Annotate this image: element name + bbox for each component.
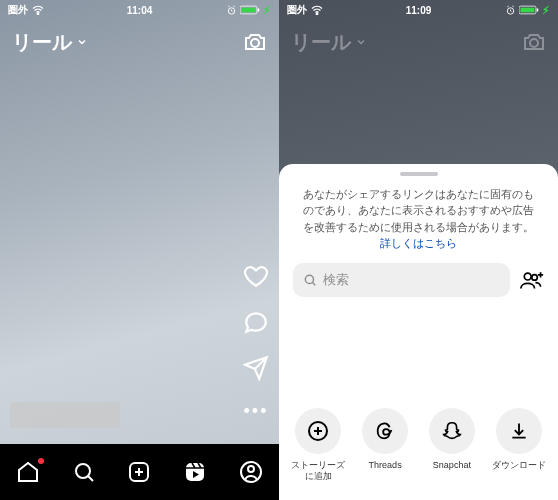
learn-more-link[interactable]: 詳しくはこちら <box>380 237 457 249</box>
alarm-icon <box>505 5 516 16</box>
alarm-icon <box>226 5 237 16</box>
screen-reels: 圏外 11:04 ⚡︎ リール <box>0 0 279 500</box>
more-icon[interactable]: ••• <box>244 401 269 422</box>
nav-profile[interactable] <box>239 460 263 484</box>
reels-title[interactable]: リール <box>12 29 88 56</box>
chevron-down-icon <box>76 36 88 48</box>
svg-point-10 <box>248 466 254 472</box>
status-time: 11:09 <box>406 5 432 16</box>
caption-placeholder <box>10 402 120 428</box>
wifi-icon <box>32 5 44 15</box>
svg-point-16 <box>530 39 538 47</box>
svg-point-17 <box>305 275 313 283</box>
svg-rect-14 <box>537 8 539 11</box>
svg-point-11 <box>316 13 318 15</box>
share-snapchat[interactable]: Snapchat <box>425 408 479 482</box>
heart-icon[interactable] <box>243 263 269 289</box>
charging-icon: ⚡︎ <box>263 4 271 17</box>
share-icon[interactable] <box>243 355 269 381</box>
share-download[interactable]: ダウンロード <box>492 408 546 482</box>
nav-create[interactable] <box>127 460 151 484</box>
svg-point-18 <box>524 273 531 280</box>
share-add-story[interactable]: ストーリーズに追加 <box>291 408 345 482</box>
status-time: 11:04 <box>127 5 153 16</box>
svg-rect-8 <box>186 463 204 481</box>
camera-icon[interactable] <box>243 30 267 54</box>
nav-search[interactable] <box>72 460 96 484</box>
share-sheet: あなたがシェアするリンクはあなたに固有のものであり、あなたに表示されるおすすめや… <box>279 164 558 500</box>
disclaimer: あなたがシェアするリンクはあなたに固有のものであり、あなたに表示されるおすすめや… <box>279 186 558 251</box>
grabber[interactable] <box>400 172 438 176</box>
screen-share: 圏外 11:09 ⚡︎ リール あなたがシェアするリンクはあなたに固有のものであ… <box>279 0 558 500</box>
svg-rect-15 <box>521 8 535 13</box>
bottom-nav <box>0 444 279 500</box>
svg-point-5 <box>251 39 259 47</box>
nav-home[interactable] <box>16 460 40 484</box>
signal-label: 圏外 <box>287 3 307 17</box>
search-placeholder: 検索 <box>323 271 349 289</box>
battery-icon <box>240 5 260 15</box>
share-threads[interactable]: Threads <box>358 408 412 482</box>
charging-icon: ⚡︎ <box>542 4 550 17</box>
reels-header: リール <box>0 22 279 62</box>
svg-point-0 <box>37 13 39 15</box>
signal-label: 圏外 <box>8 3 28 17</box>
notification-badge <box>38 458 44 464</box>
svg-point-6 <box>76 464 90 478</box>
status-bar: 圏外 11:09 ⚡︎ <box>279 0 558 20</box>
wifi-icon <box>311 5 323 15</box>
reels-side-actions: ••• <box>243 263 269 422</box>
reels-header-dimmed: リール <box>279 22 558 62</box>
reels-title: リール <box>291 29 367 56</box>
svg-point-19 <box>532 275 537 280</box>
search-input[interactable]: 検索 <box>293 263 510 297</box>
status-bar: 圏外 11:04 ⚡︎ <box>0 0 279 20</box>
add-group-icon[interactable] <box>520 270 544 290</box>
chevron-down-icon <box>355 36 367 48</box>
svg-rect-3 <box>258 8 260 11</box>
svg-rect-4 <box>242 8 256 13</box>
search-icon <box>303 273 317 287</box>
camera-icon <box>522 30 546 54</box>
battery-icon <box>519 5 539 15</box>
share-targets: ストーリーズに追加 Threads Snapchat ダウンロード <box>279 394 558 500</box>
nav-reels[interactable] <box>183 460 207 484</box>
comment-icon[interactable] <box>243 309 269 335</box>
